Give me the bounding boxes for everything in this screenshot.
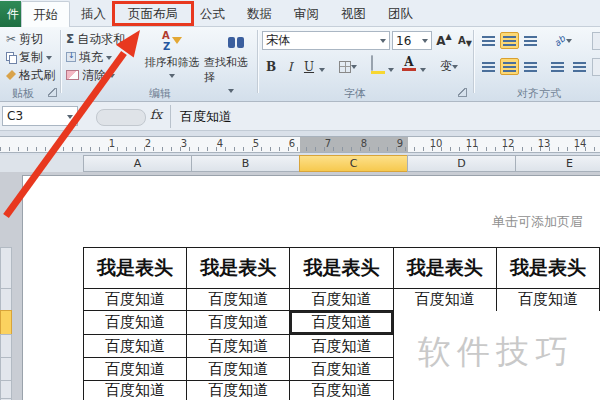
row-header-1[interactable] (0, 247, 12, 289)
column-header-C[interactable]: C (299, 155, 408, 172)
table-cell[interactable]: 百度知道 (187, 311, 290, 335)
autosum-button[interactable]: 自动求和 (66, 31, 134, 47)
column-header-B[interactable]: B (191, 155, 300, 172)
column-header-E[interactable]: E (515, 155, 600, 172)
clear-label: 清除 (82, 67, 106, 84)
bold-button[interactable]: B (262, 57, 280, 76)
format-painter-button[interactable]: 格式刷 (6, 67, 55, 83)
fill-down-icon (66, 52, 76, 62)
table-cell[interactable]: 百度知道 (393, 289, 496, 311)
sort-filter-label: 排序和筛选 (145, 55, 200, 70)
align-middle-button[interactable] (500, 32, 519, 49)
clipped-button[interactable] (592, 32, 600, 50)
shrink-font-button[interactable]: A▼ (455, 31, 475, 50)
table-header-cell[interactable]: 我是表头 (290, 248, 393, 289)
tab-1[interactable]: 开始 (21, 1, 70, 27)
excel-window: 件 开始插入页面布局公式数据审阅视图团队 剪切 复制 格式刷 贴板 自动求和 填… (0, 0, 600, 400)
table-cell[interactable]: 百度知道 (290, 358, 393, 381)
table-header-cell[interactable]: 我是表头 (393, 248, 496, 289)
eraser-icon (66, 70, 79, 80)
alignment-group-label: 对齐方式 (487, 86, 591, 101)
orientation-button[interactable]: ab (548, 31, 578, 50)
ruler-number: 1 (102, 138, 122, 149)
row-header-3[interactable] (0, 310, 12, 335)
table-cell[interactable]: 百度知道 (84, 335, 187, 358)
table-header-cell[interactable]: 我是表头 (187, 248, 290, 289)
tab-4[interactable]: 公式 (189, 1, 236, 27)
tab-2[interactable]: 插入 (70, 1, 117, 27)
align-top-button[interactable] (479, 32, 498, 49)
file-tab[interactable]: 件 (0, 1, 21, 27)
formula-input[interactable]: 百度知道 (180, 108, 232, 126)
ruler-number: 13 (534, 138, 554, 149)
table-cell[interactable]: 百度知道 (290, 289, 393, 311)
column-header-D[interactable]: D (407, 155, 516, 172)
grow-font-button[interactable]: A▲ (434, 31, 454, 50)
table-cell[interactable]: 百度知道 (496, 289, 599, 311)
clear-button[interactable]: 清除 (66, 67, 115, 83)
table-cell[interactable]: 百度知道 (84, 311, 187, 335)
cut-button[interactable]: 剪切 (6, 31, 43, 47)
fill-button[interactable]: 填充 (66, 49, 112, 65)
find-select-label: 查找和选择 (204, 55, 258, 85)
font-name-select[interactable]: 宋体 (262, 31, 390, 50)
phonetic-label: 变 (440, 58, 452, 75)
copy-button[interactable]: 复制 (6, 49, 52, 65)
align-bottom-button[interactable] (521, 32, 540, 49)
phonetic-guide-button[interactable]: 变 (434, 57, 464, 76)
paint-bucket-icon (371, 56, 385, 74)
page-header-placeholder[interactable]: 单击可添加页眉 (492, 213, 583, 231)
font-dialog-launcher-icon[interactable] (458, 88, 467, 97)
clipboard-dialog-launcher-icon[interactable] (48, 88, 57, 97)
formula-bar: C3 fx 百度知道 (0, 102, 600, 131)
selected-cell[interactable]: 百度知道 (290, 311, 393, 335)
table-cell[interactable]: 百度知道 (187, 289, 290, 311)
table-cell[interactable]: 百度知道 (187, 381, 290, 400)
tab-6[interactable]: 审阅 (283, 1, 330, 27)
row-header-6[interactable] (0, 380, 12, 399)
align-top-icon (482, 36, 495, 46)
tab-8[interactable]: 团队 (377, 1, 424, 27)
column-header-A[interactable]: A (83, 155, 192, 172)
sort-filter-button[interactable]: AZ 排序和筛选 (142, 29, 202, 81)
font-name-value: 宋体 (266, 32, 290, 49)
ruler-band: 1234567891011121314 (0, 131, 600, 155)
tab-5[interactable]: 数据 (236, 1, 283, 27)
table-cell[interactable]: 百度知道 (290, 381, 393, 400)
cut-label: 剪切 (19, 31, 43, 48)
row-header-2[interactable] (0, 288, 12, 311)
row-header-4[interactable] (0, 334, 12, 358)
formula-buttons-area[interactable] (96, 109, 146, 126)
row-header-5[interactable] (0, 357, 12, 381)
italic-button[interactable]: I (282, 57, 298, 76)
decrease-indent-button[interactable] (548, 58, 567, 75)
table-cell[interactable]: 百度知道 (187, 335, 290, 358)
table-cell[interactable]: 百度知道 (84, 289, 187, 311)
tab-7[interactable]: 视图 (330, 1, 377, 27)
table-header-cell[interactable]: 我是表头 (496, 248, 599, 289)
table-cell[interactable]: 百度知道 (84, 381, 187, 400)
align-right-button[interactable] (521, 58, 540, 75)
font-color-button[interactable]: A (398, 55, 420, 74)
ruler-number: 9 (390, 138, 410, 149)
tab-3[interactable]: 页面布局 (117, 1, 189, 27)
insert-function-button[interactable]: fx (150, 107, 162, 122)
fill-color-button[interactable] (366, 55, 390, 74)
chevron-down-icon (169, 74, 175, 81)
find-select-button[interactable]: 查找和选择 (204, 29, 258, 96)
clipped-button[interactable] (592, 58, 600, 76)
borders-button[interactable] (336, 57, 360, 76)
underline-button[interactable]: U (300, 57, 318, 76)
table-cell[interactable]: 百度知道 (187, 358, 290, 381)
table-header-cell[interactable]: 我是表头 (84, 248, 187, 289)
horizontal-ruler: 1234567891011121314 (0, 136, 600, 153)
align-left-button[interactable] (479, 58, 498, 75)
align-center-button[interactable] (500, 58, 519, 75)
table-cell[interactable]: 百度知道 (290, 335, 393, 358)
scissors-icon (6, 32, 16, 46)
increase-indent-button[interactable] (570, 58, 589, 75)
copy-label: 复制 (19, 49, 43, 66)
table-cell[interactable]: 百度知道 (84, 358, 187, 381)
font-size-select[interactable]: 16 (392, 31, 432, 50)
name-box[interactable]: C3 (2, 106, 78, 126)
